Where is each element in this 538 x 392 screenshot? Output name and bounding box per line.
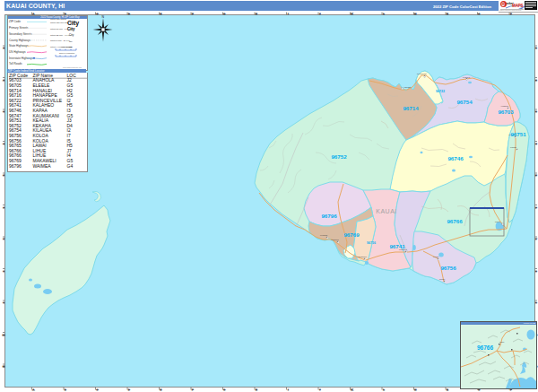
svg-text:WAIMEA: WAIMEA — [32, 163, 51, 169]
svg-text:3: 3 — [535, 110, 537, 113]
svg-text:96756: 96756 — [440, 265, 456, 271]
svg-text:B: B — [65, 388, 66, 391]
svg-text:96703: 96703 — [498, 109, 514, 115]
svg-text:96796: 96796 — [321, 213, 337, 219]
svg-text:Hanalei: Hanalei — [404, 86, 412, 89]
svg-text:N: N — [447, 13, 448, 15]
svg-text:Kapaa: Kapaa — [510, 146, 517, 149]
svg-text:96754: 96754 — [456, 99, 473, 105]
svg-text:Princeville: Princeville — [417, 73, 428, 75]
svg-text:M: M — [414, 388, 416, 391]
svg-text:Anahola: Anahola — [500, 105, 508, 108]
svg-text:96796: 96796 — [9, 163, 22, 169]
svg-text:Hanapepe: Hanapepe — [357, 256, 368, 258]
svg-text:96769: 96769 — [343, 231, 360, 238]
svg-text:96752: 96752 — [331, 153, 347, 160]
svg-text:City: City — [67, 27, 75, 31]
svg-text:City: City — [67, 20, 79, 27]
svg-text:K: K — [351, 388, 352, 391]
svg-text:Waimea: Waimea — [331, 239, 339, 241]
svg-text:6: 6 — [535, 206, 537, 209]
svg-text:2: 2 — [535, 79, 537, 82]
svg-text:96714: 96714 — [403, 105, 419, 111]
svg-text:C: C — [96, 388, 98, 391]
svg-text:O: O — [478, 13, 480, 15]
svg-text:D: D — [128, 388, 130, 391]
svg-text:ZIP Code: ZIP Code — [9, 20, 21, 23]
svg-text:96722: 96722 — [436, 90, 445, 93]
svg-text:E: E — [160, 388, 161, 391]
svg-text:96716: 96716 — [367, 241, 376, 245]
svg-text:Poipu: Poipu — [439, 278, 446, 281]
svg-text:H: H — [256, 388, 257, 391]
svg-text:G: G — [223, 388, 225, 391]
svg-text:US Highways: US Highways — [9, 50, 26, 54]
svg-text:Lihue: Lihue — [499, 341, 505, 343]
svg-text:Cities and Towns: Cities and Towns — [50, 18, 67, 21]
svg-text:Toll Roads: Toll Roads — [9, 62, 22, 65]
svg-text:G: G — [223, 13, 225, 15]
svg-text:State Highways: State Highways — [9, 44, 29, 48]
svg-text:H: H — [256, 13, 257, 15]
svg-text:A: A — [32, 388, 34, 391]
svg-text:Primary Streets: Primary Streets — [9, 26, 29, 30]
svg-text:City: City — [69, 33, 74, 37]
svg-text:City: City — [69, 40, 74, 42]
svg-text:Kilauea: Kilauea — [463, 76, 471, 79]
svg-text:96766: 96766 — [447, 218, 463, 224]
svg-text:L: L — [383, 388, 385, 391]
svg-text:96746: 96746 — [447, 155, 464, 161]
svg-text:D: D — [128, 13, 130, 15]
svg-text:F: F — [192, 388, 194, 391]
svg-text:96741: 96741 — [389, 243, 405, 249]
svg-text:Scale in Kilometers: Scale in Kilometers — [59, 52, 74, 54]
svg-text:Copyright MarketMAPS: Copyright MarketMAPS — [63, 66, 82, 68]
svg-text:G4: G4 — [66, 163, 73, 169]
svg-text:C: C — [96, 13, 98, 15]
svg-text:1: 1 — [535, 47, 537, 49]
svg-text:8: 8 — [535, 270, 537, 273]
svg-text:4: 4 — [535, 143, 537, 145]
svg-text:J: J — [319, 388, 321, 391]
svg-text:I: I — [288, 388, 289, 391]
svg-text:7: 7 — [535, 238, 537, 240]
svg-text:Scale in Miles: Scale in Miles — [61, 46, 72, 48]
svg-text:Cities 5,000 - 24,999: Cities 5,000 - 24,999 — [50, 39, 71, 42]
svg-text:Kekaha: Kekaha — [320, 234, 328, 237]
svg-text:5: 5 — [535, 174, 537, 177]
svg-text:Koloa: Koloa — [433, 256, 439, 258]
svg-text:M: M — [414, 13, 416, 15]
svg-text:KAUAI: KAUAI — [376, 208, 397, 214]
svg-text:96751: 96751 — [510, 131, 526, 137]
svg-text:N: N — [447, 388, 448, 391]
svg-text:96766: 96766 — [477, 344, 493, 351]
svg-text:9: 9 — [535, 301, 537, 304]
svg-text:Lihue: Lihue — [495, 221, 501, 223]
